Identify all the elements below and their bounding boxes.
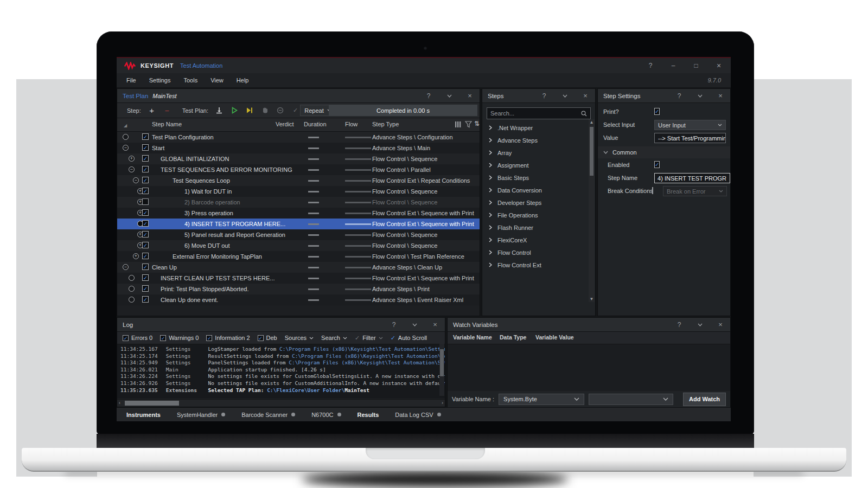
menu-view[interactable]: View bbox=[210, 77, 224, 84]
help-icon[interactable]: ? bbox=[424, 92, 433, 100]
step-checkbox[interactable]: ✓ bbox=[142, 166, 149, 172]
step-name-field[interactable]: 4) INSERT TEST PROGR bbox=[654, 173, 730, 183]
step-checkbox[interactable]: ✓ bbox=[142, 209, 149, 216]
step-checkbox[interactable]: ✓ bbox=[142, 296, 149, 303]
log-vertical-scrollbar[interactable] bbox=[439, 344, 444, 396]
tree-node-icon[interactable]: − bbox=[123, 145, 129, 151]
table-row[interactable]: + 2) Barcode operation Flow Control \ Se… bbox=[117, 197, 480, 208]
steps-category-item[interactable]: Basic Steps bbox=[482, 171, 595, 184]
variable-value-dropdown[interactable] bbox=[589, 394, 673, 405]
step-checkbox[interactable]: ✓ bbox=[142, 155, 149, 162]
scrollbar-thumb[interactable] bbox=[440, 349, 444, 376]
chevron-down-icon[interactable] bbox=[695, 320, 704, 329]
table-row[interactable]: + ✓ External Error Monitoring TapPlan Fl… bbox=[117, 251, 480, 262]
errors-filter-checkbox[interactable]: ✓Errors 0 bbox=[123, 335, 152, 341]
col-verdict[interactable]: Verdict bbox=[276, 121, 294, 127]
scroll-left-icon[interactable]: ‹ bbox=[119, 400, 120, 406]
steps-category-item[interactable]: Array bbox=[482, 146, 595, 159]
chevron-down-icon[interactable] bbox=[695, 92, 704, 100]
step-checkbox[interactable]: ✓ bbox=[142, 220, 149, 227]
variable-type-dropdown[interactable]: System.Byte bbox=[499, 394, 584, 405]
auto-scroll-toggle[interactable]: ✓Auto Scroll bbox=[391, 335, 427, 342]
select-input-dropdown[interactable]: User Input bbox=[654, 120, 726, 130]
close-icon[interactable]: × bbox=[465, 92, 474, 100]
skip-to-end-icon[interactable] bbox=[244, 106, 255, 115]
col-variable-value[interactable]: Variable Value bbox=[535, 334, 574, 341]
table-row[interactable]: + ✓ GLOBAL INITIALIZATION Flow Control \… bbox=[117, 153, 480, 164]
menu-settings[interactable]: Settings bbox=[149, 77, 171, 84]
help-icon[interactable]: ? bbox=[646, 61, 655, 70]
status-bar-item[interactable]: Results bbox=[358, 412, 379, 418]
table-row[interactable]: + ✓ 3) Press operation Flow Control Ext … bbox=[117, 208, 480, 219]
add-step-icon[interactable]: + bbox=[146, 106, 157, 115]
step-checkbox[interactable]: ✓ bbox=[142, 144, 149, 151]
tree-node-icon[interactable]: − bbox=[133, 177, 139, 183]
status-bar-item[interactable]: Data Log CSV bbox=[395, 412, 441, 418]
table-row[interactable]: − ✓ TEST SEQUENCES AND ERROR MONITORING … bbox=[117, 164, 480, 175]
close-icon[interactable]: × bbox=[716, 320, 725, 329]
remove-step-icon[interactable]: − bbox=[162, 106, 173, 115]
steps-category-item[interactable]: FlexiCoreX bbox=[482, 234, 595, 246]
columns-icon[interactable] bbox=[455, 121, 461, 128]
step-checkbox[interactable]: ✓ bbox=[142, 285, 149, 292]
steps-category-item[interactable]: Developer Steps bbox=[482, 196, 595, 209]
step-checkbox[interactable]: ✓ bbox=[142, 253, 149, 259]
close-icon[interactable]: × bbox=[714, 61, 723, 70]
menu-help[interactable]: Help bbox=[237, 77, 249, 84]
sort-icon[interactable]: ⇅ bbox=[474, 120, 480, 127]
chevron-down-icon[interactable] bbox=[410, 320, 419, 329]
step-checkbox[interactable]: ✓ bbox=[142, 188, 149, 194]
table-row[interactable]: − ✓ Test Sequences Loop Flow Control Ext… bbox=[117, 175, 480, 186]
filter-dropdown[interactable]: ✓Filter bbox=[355, 335, 383, 342]
tree-node-icon[interactable] bbox=[129, 297, 135, 303]
chevron-down-icon[interactable] bbox=[560, 92, 569, 100]
search-dropdown[interactable]: Search bbox=[321, 335, 347, 341]
menu-file[interactable]: File bbox=[126, 77, 136, 84]
steps-category-item[interactable]: Flash Runner bbox=[482, 221, 595, 234]
step-checkbox[interactable]: ✓ bbox=[142, 177, 149, 183]
step-checkbox[interactable]: ✓ bbox=[142, 133, 149, 140]
abort-icon[interactable] bbox=[275, 106, 285, 115]
maximize-icon[interactable]: □ bbox=[692, 61, 700, 70]
col-duration[interactable]: Duration bbox=[304, 121, 327, 127]
table-row[interactable]: − ✓ Clean Up Advance Steps \ Clean Up bbox=[117, 262, 480, 273]
table-row[interactable]: − ✓ Start Advance Steps \ Main bbox=[117, 143, 480, 153]
repeat-check-icon[interactable]: ✓ bbox=[293, 107, 298, 114]
run-once-icon[interactable] bbox=[214, 106, 225, 115]
table-row[interactable]: ✓ 4) INSERT TEST PROGRAM HERE... Flow Co… bbox=[117, 219, 480, 229]
tree-node-icon[interactable] bbox=[123, 134, 129, 140]
col-step-name[interactable]: Step Name bbox=[152, 121, 182, 127]
col-flow[interactable]: Flow bbox=[345, 121, 358, 127]
col-variable-name[interactable]: Variable Name bbox=[453, 334, 492, 341]
break-conditions-checkbox[interactable] bbox=[652, 187, 653, 194]
scrollbar-thumb[interactable] bbox=[125, 401, 179, 406]
tree-node-icon[interactable] bbox=[129, 286, 135, 292]
scroll-up-icon[interactable]: ▲ bbox=[589, 120, 595, 125]
close-icon[interactable]: × bbox=[716, 92, 725, 100]
step-checkbox[interactable]: ✓ bbox=[142, 242, 149, 248]
steps-category-item[interactable]: Flow Control Ext bbox=[482, 259, 595, 271]
tree-node-icon[interactable]: + bbox=[133, 253, 139, 259]
step-checkbox[interactable] bbox=[142, 198, 149, 205]
help-icon[interactable]: ? bbox=[675, 320, 684, 329]
search-input[interactable]: Search... bbox=[487, 107, 591, 119]
tree-node-icon[interactable]: − bbox=[123, 264, 129, 270]
table-row[interactable]: + ✓ 1) Wait for DUT in Flow Control \ Se… bbox=[117, 186, 480, 197]
close-icon[interactable]: × bbox=[431, 320, 439, 329]
scrollbar-thumb[interactable] bbox=[590, 127, 593, 176]
table-row[interactable]: ✓ INSERT CLEAN UP TEST STEPS HERE... Flo… bbox=[117, 273, 480, 284]
status-bar-item[interactable]: SystemHandler bbox=[177, 412, 225, 418]
pause-hand-icon[interactable] bbox=[259, 106, 270, 115]
log-horizontal-scrollbar[interactable]: ‹ › bbox=[117, 399, 445, 407]
run-play-icon[interactable] bbox=[229, 106, 240, 115]
help-icon[interactable]: ? bbox=[390, 320, 398, 329]
warnings-filter-checkbox[interactable]: ✓Warnings 0 bbox=[160, 335, 199, 341]
minimize-icon[interactable]: – bbox=[669, 61, 678, 70]
steps-category-item[interactable]: Advance Steps bbox=[482, 134, 595, 146]
help-icon[interactable]: ? bbox=[540, 92, 548, 100]
status-bar-item[interactable]: N6700C bbox=[311, 412, 341, 418]
col-data-type[interactable]: Data Type bbox=[500, 334, 526, 341]
table-row[interactable]: ✓ Clean Up done event. Advance Steps \ E… bbox=[117, 294, 480, 305]
step-checkbox[interactable]: ✓ bbox=[142, 274, 149, 281]
value-field[interactable]: --> Start Test/Programming... bbox=[654, 133, 726, 143]
